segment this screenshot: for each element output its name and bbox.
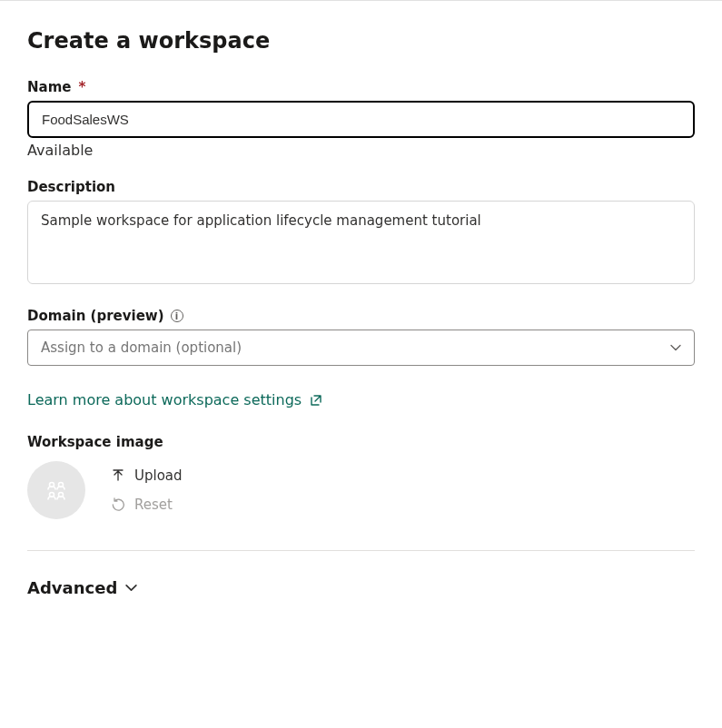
domain-placeholder: Assign to a domain (optional) (27, 330, 695, 366)
reset-label: Reset (134, 497, 173, 513)
name-label: Name * (27, 79, 695, 95)
domain-select[interactable]: Assign to a domain (optional) (27, 330, 695, 366)
workspace-image-label: Workspace image (27, 434, 695, 450)
learn-more-link[interactable]: Learn more about workspace settings (27, 391, 695, 408)
advanced-expander[interactable]: Advanced (27, 578, 695, 597)
learn-more-text: Learn more about workspace settings (27, 391, 302, 408)
description-field-group: Description Sample workspace for applica… (27, 179, 695, 288)
status-badge: Available (27, 142, 695, 159)
name-field-group: Name * Available (27, 79, 695, 159)
page-title: Create a workspace (27, 28, 695, 54)
workspace-image-section: Workspace image Upload (27, 434, 695, 519)
avatar (27, 461, 85, 519)
chevron-down-icon (124, 581, 138, 595)
reset-icon (111, 497, 125, 512)
advanced-label: Advanced (27, 578, 117, 597)
info-icon[interactable]: i (171, 310, 183, 322)
image-actions: Upload Reset (111, 467, 183, 513)
upload-icon (111, 468, 125, 483)
people-icon (42, 476, 71, 505)
divider (27, 550, 695, 551)
description-input[interactable]: Sample workspace for application lifecyc… (27, 201, 695, 284)
domain-label: Domain (preview) i (27, 308, 695, 324)
name-label-text: Name (27, 79, 71, 95)
description-label: Description (27, 179, 695, 195)
required-asterisk: * (78, 79, 85, 95)
name-input[interactable] (27, 101, 695, 138)
domain-field-group: Domain (preview) i Assign to a domain (o… (27, 308, 695, 366)
reset-button: Reset (111, 497, 183, 513)
domain-label-text: Domain (preview) (27, 308, 164, 324)
external-link-icon (309, 393, 323, 408)
upload-label: Upload (134, 467, 183, 484)
upload-button[interactable]: Upload (111, 467, 183, 484)
